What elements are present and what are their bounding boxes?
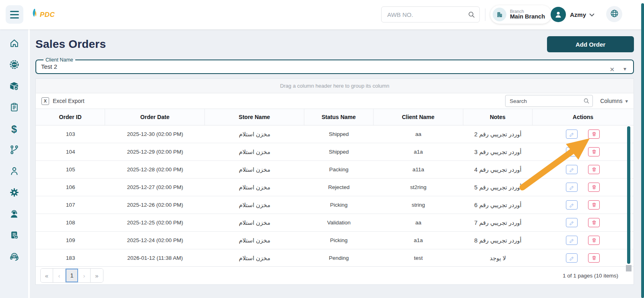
delete-order-button[interactable] [588, 129, 600, 139]
pager-page-1-button[interactable]: 1 [66, 269, 78, 282]
orders-clipboard-icon [9, 102, 19, 114]
order-date-cell: 2025-12-26 (02:00 PM) [105, 196, 205, 214]
status-name-cell: Pending [304, 249, 374, 267]
sidebar-item-clients[interactable] [5, 161, 23, 183]
status-name-cell: Shipped [304, 125, 374, 143]
actions-cell [533, 214, 634, 231]
column-header-status-name[interactable]: Status Name [304, 109, 374, 125]
edit-order-button[interactable] [566, 183, 578, 192]
branch-building-icon [493, 8, 506, 21]
pager-first-button[interactable]: « [41, 269, 53, 282]
edit-order-button[interactable] [566, 218, 578, 227]
grid-vertical-scrollbar[interactable] [627, 126, 630, 264]
sidebar-item-new[interactable]: NEW [5, 55, 23, 76]
branch-name: Main Branch [510, 14, 545, 20]
store-name-cell: مخزن استلام [205, 249, 304, 267]
edit-order-button[interactable] [566, 165, 578, 174]
products-box-icon [9, 81, 19, 93]
store-name-cell: مخزن استلام [205, 179, 304, 196]
notes-cell: أوردر تجريبي رقم 8 [463, 232, 533, 249]
table-row: 1082025-12-25 (02:00 PM)مخزن استلامValid… [36, 214, 634, 232]
topbar-divider [485, 8, 485, 21]
group-panel[interactable]: Drag a column header here to group its c… [36, 79, 634, 93]
columns-chooser-button[interactable]: Columns ▾ [600, 98, 628, 104]
delete-order-button[interactable] [588, 183, 600, 192]
language-button[interactable] [606, 6, 622, 22]
add-order-button[interactable]: Add Order [547, 36, 634, 52]
actions-cell [533, 249, 634, 267]
user-name: Azmy [570, 11, 586, 18]
status-name-cell: Packing [304, 161, 374, 178]
actions-cell [533, 196, 634, 214]
ai-assistant-icon: AI [9, 251, 20, 263]
grid-search-icon[interactable] [583, 97, 590, 106]
delete-order-button[interactable] [588, 218, 600, 227]
sidebar-item-home[interactable] [5, 33, 23, 55]
client-name-cell: string [374, 196, 463, 214]
order-date-cell: 2025-12-29 (02:00 PM) [105, 143, 205, 160]
clients-person-icon [9, 166, 19, 178]
client-name-cell: aa [374, 125, 463, 143]
sidebar-item-workflow[interactable] [5, 140, 23, 161]
pager-next-button[interactable]: › [78, 269, 91, 282]
status-name-cell: Shipped [304, 143, 374, 160]
pdc-logo[interactable]: PDC [31, 8, 55, 21]
column-header-notes[interactable]: Notes [463, 109, 533, 125]
order-date-cell: 2025-12-27 (02:00 PM) [105, 179, 205, 196]
client-name-value: Test 2 [41, 63, 628, 70]
excel-export-button[interactable]: X Excel Export [41, 97, 85, 105]
client-name-select[interactable]: Client Name Test 2 ✕ ▾ [35, 57, 634, 74]
table-row: 1042025-12-29 (02:00 PM)مخزن استلامShipp… [36, 143, 634, 161]
delete-order-button[interactable] [588, 165, 600, 174]
select-caret-icon[interactable]: ▾ [623, 66, 626, 72]
client-name-cell: test [374, 249, 463, 267]
awb-input[interactable] [381, 6, 480, 23]
store-name-cell: مخزن استلام [205, 214, 304, 231]
column-header-order-date[interactable]: Order Date [105, 109, 205, 125]
order-id-cell: 108 [36, 214, 105, 231]
column-header-order-id[interactable]: Order ID [36, 109, 105, 125]
column-header-store-name[interactable]: Store Name [205, 109, 304, 125]
sidebar-item-support[interactable] [5, 204, 23, 225]
sidebar-item-orders[interactable] [5, 97, 23, 119]
status-name-cell: Validation [304, 214, 374, 231]
edit-order-button[interactable] [566, 200, 578, 210]
table-body: 1032025-12-30 (02:00 PM)مخزن استلامShipp… [36, 125, 634, 267]
store-name-cell: مخزن استلام [205, 143, 304, 160]
delete-order-button[interactable] [588, 236, 600, 245]
pager-prev-button[interactable]: ‹ [53, 269, 66, 282]
page-scrollbar[interactable] [641, 3, 644, 298]
edit-order-button[interactable] [566, 236, 578, 245]
store-name-cell: مخزن استلام [205, 125, 304, 143]
payments-dollar-icon: $ [11, 124, 17, 134]
order-date-cell: 2026-01-12 (11:38 AM) [105, 249, 205, 267]
pager-last-button[interactable]: » [91, 269, 103, 282]
awb-search-icon[interactable] [467, 10, 476, 21]
client-name-cell: aa [374, 214, 463, 231]
menu-toggle-button[interactable] [6, 5, 23, 24]
clear-icon[interactable]: ✕ [609, 66, 615, 73]
edit-order-button[interactable] [566, 147, 578, 156]
column-header-actions[interactable]: Actions [533, 109, 634, 125]
column-header-client-name[interactable]: Client Name [374, 109, 463, 125]
sidebar-item-products[interactable] [5, 76, 23, 97]
sidebar-item-ai-assistant[interactable]: AI [5, 247, 23, 268]
store-name-cell: مخزن استلام [205, 161, 304, 178]
actions-cell [533, 143, 634, 160]
delete-order-button[interactable] [588, 147, 600, 156]
edit-order-button[interactable] [566, 129, 578, 139]
support-agent-icon [9, 209, 19, 221]
sidebar-item-payments[interactable]: $ [5, 119, 23, 140]
excel-icon: X [41, 97, 49, 105]
client-name-cell: a11a [374, 161, 463, 178]
sidebar-item-settings[interactable] [5, 183, 23, 204]
home-icon [9, 38, 19, 50]
sidebar-item-delivery-notes[interactable] [5, 225, 23, 247]
delete-order-button[interactable] [588, 253, 600, 263]
orders-grid: Drag a column header here to group its c… [35, 78, 634, 285]
branch-selector[interactable]: Branch Main Branch [490, 5, 551, 24]
user-menu[interactable]: Azmy [551, 7, 594, 22]
delete-order-button[interactable] [588, 200, 600, 210]
edit-order-button[interactable] [566, 253, 578, 263]
grid-search-input[interactable] [505, 95, 593, 107]
